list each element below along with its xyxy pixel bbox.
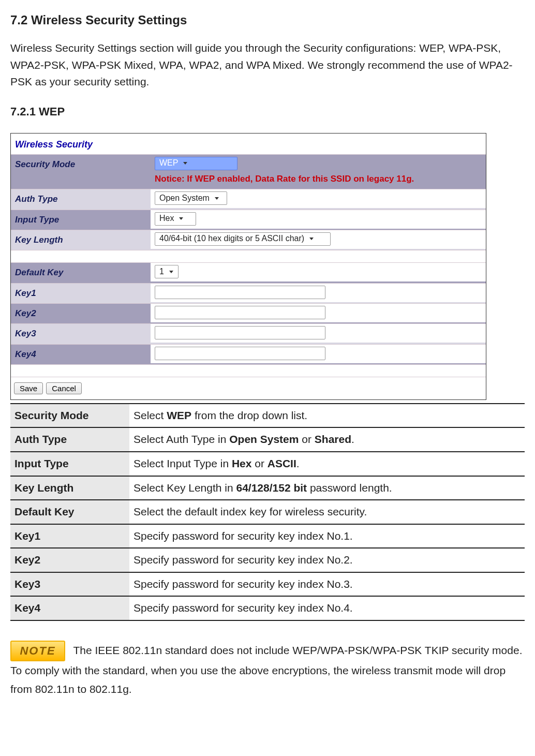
row-key2: Key2	[11, 304, 486, 324]
desc-term: Key1	[10, 524, 129, 549]
desc-definition: Select Input Type in Hex or ASCII.	[129, 452, 525, 476]
select-auth-type[interactable]: Open System	[155, 191, 227, 205]
desc-term: Key4	[10, 596, 129, 620]
select-default-key[interactable]: 1	[155, 265, 179, 278]
input-key4[interactable]	[155, 347, 325, 360]
label-auth-type: Auth Type	[11, 189, 151, 209]
intro-paragraph: Wireless Security Settings section will …	[10, 40, 525, 91]
select-key-length-value: 40/64-bit (10 hex digits or 5 ASCII char…	[159, 232, 304, 245]
desc-definition: Select the default index key for wireles…	[129, 500, 525, 524]
desc-definition: Specify password for security key index …	[129, 572, 525, 597]
save-button[interactable]: Save	[14, 382, 43, 394]
panel-title: Wireless Security	[11, 134, 486, 155]
button-bar: Save Cancel	[11, 377, 486, 399]
table-row: Key2Specify password for security key in…	[10, 548, 525, 572]
select-security-mode[interactable]: WEP	[155, 157, 237, 170]
desc-definition: Select WEP from the drop down list.	[129, 404, 525, 428]
desc-definition: Specify password for security key index …	[129, 596, 525, 620]
label-key-length: Key Length	[11, 230, 151, 250]
desc-definition: Specify password for security key index …	[129, 548, 525, 572]
input-key2[interactable]	[155, 306, 325, 319]
note-badge: NOTE	[10, 641, 65, 661]
select-input-type[interactable]: Hex	[155, 212, 196, 226]
desc-term: Input Type	[10, 452, 129, 476]
row-auth-type: Auth Type Open System	[11, 189, 486, 210]
chevron-down-icon	[169, 271, 173, 273]
table-row: Key LengthSelect Key Length in 64/128/15…	[10, 476, 525, 500]
label-input-type: Input Type	[11, 210, 151, 230]
heading-main: 7.2 Wireless Security Settings	[10, 10, 525, 29]
chevron-down-icon	[309, 238, 314, 240]
wireless-security-panel: Wireless Security Security Mode WEP Noti…	[10, 133, 486, 400]
note-text: The IEEE 802.11n standard does not inclu…	[10, 644, 522, 694]
spacer	[11, 250, 486, 263]
table-row: Default KeySelect the default index key …	[10, 500, 525, 524]
spacer	[11, 365, 486, 377]
table-row: Key1Specify password for security key in…	[10, 524, 525, 549]
select-auth-type-value: Open System	[159, 192, 210, 205]
chevron-down-icon	[215, 197, 219, 200]
desc-definition: Specify password for security key index …	[129, 524, 525, 549]
heading-subsection: 7.2.1 WEP	[10, 103, 525, 121]
row-key3: Key3	[11, 324, 486, 344]
input-key3[interactable]	[155, 326, 325, 339]
cancel-button[interactable]: Cancel	[46, 382, 82, 394]
table-row: Security ModeSelect WEP from the drop do…	[10, 404, 525, 428]
desc-term: Auth Type	[10, 427, 129, 452]
row-input-type: Input Type Hex	[11, 210, 486, 230]
chevron-down-icon	[179, 217, 183, 220]
table-row: Key3Specify password for security key in…	[10, 572, 525, 597]
label-security-mode: Security Mode	[11, 155, 151, 174]
table-row: Input TypeSelect Input Type in Hex or AS…	[10, 452, 525, 476]
wep-notice-text: Notice: If WEP enabled, Data Rate for th…	[155, 172, 414, 186]
row-security-mode: Security Mode WEP Notice: If WEP enabled…	[11, 155, 486, 189]
desc-term: Key3	[10, 572, 129, 597]
label-key4: Key4	[11, 345, 151, 364]
note-block: NOTE The IEEE 802.11n standard does not …	[10, 641, 525, 698]
row-key1: Key1	[11, 284, 486, 304]
desc-term: Security Mode	[10, 404, 129, 428]
label-default-key: Default Key	[11, 263, 151, 283]
description-table: Security ModeSelect WEP from the drop do…	[10, 403, 525, 621]
desc-term: Default Key	[10, 500, 129, 524]
desc-term: Key2	[10, 548, 129, 572]
desc-definition: Select Auth Type in Open System or Share…	[129, 427, 525, 452]
row-key-length: Key Length 40/64-bit (10 hex digits or 5…	[11, 230, 486, 250]
label-key3: Key3	[11, 324, 151, 344]
input-key1[interactable]	[155, 286, 325, 299]
table-row: Auth TypeSelect Auth Type in Open System…	[10, 427, 525, 452]
select-security-mode-value: WEP	[159, 157, 178, 170]
desc-term: Key Length	[10, 476, 129, 500]
select-input-type-value: Hex	[159, 212, 174, 225]
table-row: Key4Specify password for security key in…	[10, 596, 525, 620]
label-key1: Key1	[11, 284, 151, 303]
select-key-length[interactable]: 40/64-bit (10 hex digits or 5 ASCII char…	[155, 232, 331, 246]
row-default-key: Default Key 1	[11, 263, 486, 283]
label-key2: Key2	[11, 304, 151, 323]
row-key4: Key4	[11, 345, 486, 365]
chevron-down-icon	[183, 162, 187, 165]
desc-definition: Select Key Length in 64/128/152 bit pass…	[129, 476, 525, 500]
select-default-key-value: 1	[159, 265, 164, 278]
